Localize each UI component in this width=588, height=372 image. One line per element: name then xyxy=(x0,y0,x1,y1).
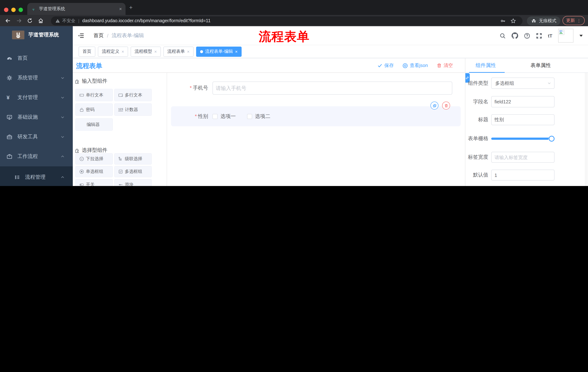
tag-process-form-edit[interactable]: 流程表单-编辑 xyxy=(196,46,242,57)
clear-button[interactable]: 清空 xyxy=(437,62,453,69)
field-name-input[interactable] xyxy=(491,96,555,107)
sidebar-item-home[interactable]: 首页 xyxy=(0,48,73,68)
palette-item-editor[interactable]: 编辑器 xyxy=(75,118,113,131)
tag-process-form[interactable]: 流程表单 xyxy=(163,46,194,57)
sidebar-item-process-mgmt[interactable]: 流程管理 xyxy=(0,168,73,186)
sidebar-item-system[interactable]: 系统管理 xyxy=(0,68,73,88)
help-icon[interactable] xyxy=(524,32,530,39)
reload-icon[interactable] xyxy=(27,18,33,23)
builder-title-row: 流程表单 保存 查看json 清空 xyxy=(73,58,465,73)
tag-home[interactable]: 首页 xyxy=(79,46,95,57)
fullscreen-icon[interactable] xyxy=(536,32,542,39)
sidebar-item-workflow[interactable]: 工作流程 xyxy=(0,147,73,166)
radio-icon xyxy=(79,169,84,174)
palette-section-input: 输入型组件 xyxy=(74,78,107,85)
canvas-field-phone[interactable]: *手机号 xyxy=(167,82,465,95)
security-label: 不安全 xyxy=(62,18,75,24)
palette-item-switch[interactable]: 开关 xyxy=(75,179,113,186)
palette-item-counter[interactable]: 计数器 xyxy=(114,103,152,116)
home-icon[interactable] xyxy=(38,18,44,23)
caret-down-icon[interactable] xyxy=(579,34,583,37)
title-label: 标题 xyxy=(465,117,488,123)
field-name-row: 字段名 xyxy=(465,96,588,107)
tag-close-icon[interactable] xyxy=(154,49,157,54)
work-area: 流程表单 保存 查看json 清空 xyxy=(73,58,588,186)
sidebar-item-infra[interactable]: 基础设施 xyxy=(0,107,73,127)
inspector-scrollbar[interactable] xyxy=(585,73,588,186)
browser-tab[interactable]: 芋道管理系统 xyxy=(27,3,126,15)
github-icon[interactable] xyxy=(511,32,518,39)
save-button[interactable]: 保存 xyxy=(377,62,394,69)
forward-icon[interactable] xyxy=(16,18,22,23)
palette-item-checkbox-group[interactable]: 多选框组 xyxy=(114,166,152,177)
slider-track[interactable] xyxy=(491,138,555,140)
component-type-row: 组件类型 多选框组 xyxy=(465,77,588,89)
puzzle-icon xyxy=(74,78,80,84)
palette-item-label: 多选框组 xyxy=(125,169,142,175)
new-tab-button[interactable] xyxy=(129,5,133,11)
label-width-label: 标签宽度 xyxy=(465,154,488,160)
annotation-text: 流程表单 xyxy=(259,28,310,45)
gender-option1-label[interactable]: 选项一 xyxy=(220,113,236,120)
update-button[interactable]: 更新 xyxy=(563,16,585,25)
grid-slider[interactable] xyxy=(491,136,555,142)
sidebar-item-label: 研发工具 xyxy=(18,134,38,140)
palette-item-slider[interactable]: 滑块 xyxy=(114,179,152,186)
title-input[interactable] xyxy=(491,114,555,125)
palette-item-radio-group[interactable]: 单选框组 xyxy=(75,166,113,177)
view-json-button[interactable]: 查看json xyxy=(402,62,428,69)
copy-icon xyxy=(432,104,436,107)
palette-item-password[interactable]: 密码 xyxy=(75,103,113,116)
tag-close-icon[interactable] xyxy=(187,49,189,54)
canvas-field-gender-selected[interactable]: *性别 选项一 选项二 xyxy=(171,106,461,126)
sidebar-logo[interactable]: 芋道管理系统 xyxy=(0,26,73,44)
sidebar-item-label: 支付管理 xyxy=(18,94,38,101)
tag-close-icon[interactable] xyxy=(122,49,124,54)
gender-option2-checkbox[interactable] xyxy=(247,114,252,119)
browser-tabstrip: 芋道管理系统 xyxy=(0,0,588,15)
macos-close-button[interactable] xyxy=(4,8,8,12)
tag-process-model[interactable]: 流程模型 xyxy=(131,46,161,57)
macos-minimize-button[interactable] xyxy=(11,8,16,12)
title-row: 标题 xyxy=(465,114,588,125)
gender-option2-label[interactable]: 选项二 xyxy=(255,113,270,120)
breadcrumb-current: 流程表单-编辑 xyxy=(112,32,144,39)
active-dot xyxy=(200,50,203,53)
search-icon[interactable] xyxy=(499,32,505,39)
label-width-row: 标签宽度 xyxy=(465,152,588,163)
palette-item-select[interactable]: 下拉选择 xyxy=(75,153,113,165)
password-key-icon[interactable] xyxy=(500,18,506,23)
tab-close-icon[interactable] xyxy=(119,7,122,11)
avatar[interactable] xyxy=(558,29,573,43)
collapse-menu-icon[interactable] xyxy=(78,33,84,39)
copy-component-button[interactable] xyxy=(430,102,439,110)
form-canvas[interactable]: *手机号 *性别 选项一 选项二 xyxy=(167,73,465,186)
gender-option1-checkbox[interactable] xyxy=(212,114,218,119)
tab-component-props[interactable]: 组件属性 xyxy=(476,62,496,69)
component-type-select[interactable]: 多选框组 xyxy=(491,77,555,89)
sidebar-item-payment[interactable]: 支付管理 xyxy=(0,88,73,107)
macos-zoom-button[interactable] xyxy=(19,8,23,12)
palette-item-cascader[interactable]: 级联选择 xyxy=(114,153,152,165)
toolbox-icon xyxy=(7,134,12,140)
tag-process-definition[interactable]: 流程定义 xyxy=(98,46,128,57)
slider-handle[interactable] xyxy=(549,136,555,142)
sidebar-title: 芋道管理系统 xyxy=(28,32,59,38)
default-value-input[interactable] xyxy=(491,170,555,181)
font-size-icon[interactable] xyxy=(548,33,552,38)
delete-component-button[interactable] xyxy=(442,102,450,110)
back-icon[interactable] xyxy=(5,18,11,23)
sidebar-item-devtools[interactable]: 研发工具 xyxy=(0,127,73,147)
palette-item-multi-text[interactable]: 多行文本 xyxy=(114,89,152,101)
chevron-down-icon xyxy=(547,81,551,85)
tag-close-icon[interactable] xyxy=(235,49,238,54)
breadcrumb-home[interactable]: 首页 xyxy=(94,32,104,39)
tab-form-props[interactable]: 表单属性 xyxy=(531,62,551,69)
palette-item-single-text[interactable]: 单行文本 xyxy=(75,89,113,101)
label-width-input[interactable] xyxy=(491,152,555,163)
bookmark-star-icon[interactable] xyxy=(511,18,516,23)
url-bar[interactable]: 不安全 dashboard.yudao.iocoder.cn/bpm/manag… xyxy=(51,16,523,25)
browser-menu-icon[interactable] xyxy=(577,18,581,23)
phone-input[interactable] xyxy=(212,82,452,95)
palette-item-label: 单行文本 xyxy=(86,92,103,98)
